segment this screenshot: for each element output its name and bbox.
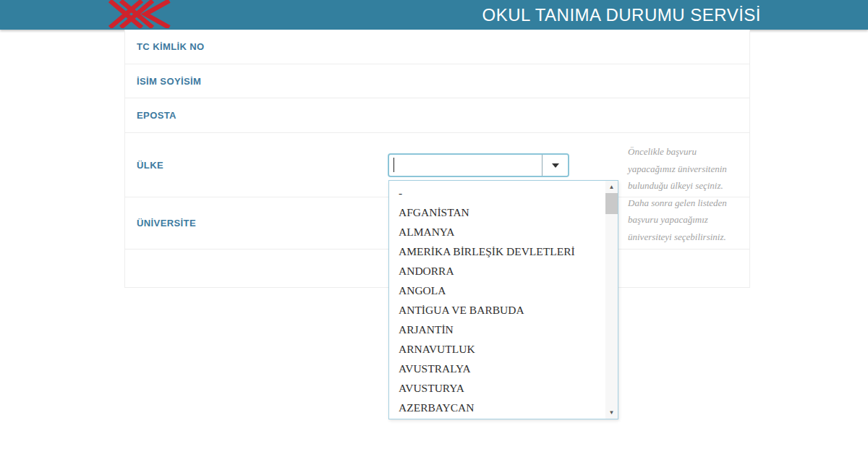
country-option[interactable]: AVUSTRALYA	[389, 359, 605, 378]
form-row-isim-soyisim: İSİM SOYİSİM	[125, 64, 749, 98]
country-option[interactable]: AZERBAYCAN	[389, 398, 605, 417]
country-search-input[interactable]	[389, 155, 542, 176]
ulke-label: ÜLKE	[125, 160, 163, 171]
isim-soyisim-label: İSİM SOYİSİM	[125, 76, 201, 87]
text-caret	[393, 158, 394, 172]
country-option[interactable]: AMERİKA BİRLEŞİK DEVLETLERİ	[389, 242, 605, 261]
scroll-up-icon[interactable]: ▲	[605, 181, 618, 193]
form-row-tc-kimlik-no: TC KİMLİK NO	[125, 30, 749, 64]
page-title: OKUL TANIMA DURUMU SERVİSİ	[482, 0, 761, 30]
country-option[interactable]: AFGANİSTAN	[389, 202, 605, 222]
yok-logo-icon	[106, 0, 172, 28]
help-text-line: bulunduğu ülkeyi seçiniz.	[628, 177, 744, 195]
country-option[interactable]: ARJANTİN	[389, 320, 605, 339]
country-option[interactable]: AVUSTURYA	[389, 378, 605, 398]
tc-kimlik-no-label: TC KİMLİK NO	[125, 41, 205, 52]
country-options: -AFGANİSTANALMANYAAMERİKA BİRLEŞİK DEVLE…	[389, 183, 605, 419]
help-text: Öncelikle başvuruyapacağımız üniversiten…	[628, 143, 744, 245]
dropdown-scrollbar[interactable]: ▲ ▼	[605, 181, 618, 419]
universite-label: ÜNİVERSİTE	[125, 218, 196, 229]
eposta-label: EPOSTA	[125, 110, 176, 121]
page: OKUL TANIMA DURUMU SERVİSİ TC KİMLİK NO …	[0, 0, 868, 465]
app-header: OKUL TANIMA DURUMU SERVİSİ	[0, 0, 868, 30]
chevron-down-icon	[552, 163, 559, 168]
country-dropdown-list: -AFGANİSTANALMANYAAMERİKA BİRLEŞİK DEVLE…	[388, 180, 618, 419]
help-text-line: başvuru yapacağımız	[628, 211, 744, 229]
scrollbar-thumb[interactable]	[605, 193, 618, 214]
country-option[interactable]: -	[389, 183, 605, 202]
country-option[interactable]: ANDORRA	[389, 261, 605, 281]
country-option[interactable]: ARNAVUTLUK	[389, 339, 605, 359]
country-combobox[interactable]	[388, 153, 569, 177]
help-text-line: yapacağımız üniversitenin	[628, 161, 744, 178]
country-option[interactable]: ALMANYA	[389, 222, 605, 242]
country-option[interactable]: ANTİGUA VE BARBUDA	[389, 300, 605, 320]
country-dropdown-button[interactable]	[542, 155, 568, 176]
help-text-line: üniversiteyi seçebilirsiniz.	[628, 229, 744, 246]
help-text-line: Öncelikle başvuru	[628, 143, 744, 161]
country-option[interactable]: ANGOLA	[389, 281, 605, 300]
help-text-line: Daha sonra gelen listeden	[628, 195, 744, 212]
form-row-eposta: EPOSTA	[125, 98, 749, 133]
scroll-down-icon[interactable]: ▼	[605, 406, 618, 419]
